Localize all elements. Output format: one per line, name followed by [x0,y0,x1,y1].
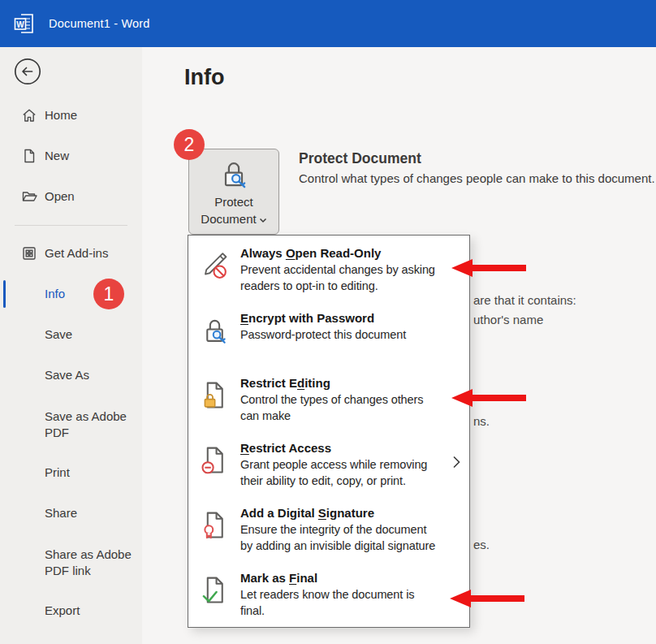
menu-item-restrict-editing[interactable]: Restrict Editing Control the types of ch… [188,369,469,434]
menu-item-add-a-digital-signature[interactable]: Add a Digital Signature Ensure the integ… [188,499,469,564]
protect-document-button-label: Protect Document [193,193,274,227]
menu-item-description: Control the types of changes otherscan m… [240,391,464,424]
sidebar-item-open[interactable]: Open [0,187,142,206]
step-badge-1: 1 [93,279,124,309]
sidebar-item-new[interactable]: New [0,146,142,166]
document-blocked-icon [200,440,239,499]
menu-item-title: Always Open Read-Only [240,245,464,261]
menu-item-encrypt-with-password[interactable]: Encrypt with Password Password-protect t… [188,304,469,369]
menu-item-title: Encrypt with Password [240,310,464,326]
word-app-icon: W [13,12,36,35]
document-lock-icon [200,375,239,434]
protect-document-dropdown-menu: Always Open Read-Only Prevent accidental… [188,235,470,628]
sidebar-item-print[interactable]: Print [0,463,142,482]
title-bar: W Document1 - Word [0,0,656,47]
sidebar-divider [15,225,127,226]
pencil-blocked-icon [200,245,239,304]
sidebar-item-export[interactable]: Export [0,601,142,620]
open-folder-icon [21,188,37,205]
background-text-fragment: uthor's name [473,313,543,326]
selected-indicator [3,280,6,308]
document-check-icon [200,570,239,629]
sidebar-item-share[interactable]: Share [0,504,142,523]
background-text-fragment: es. [473,538,490,551]
page-title: Info [184,65,224,90]
sidebar-item-share-as-adobe-pdf-link[interactable]: Share as Adobe PDF link [0,546,142,580]
menu-item-description: Ensure the integrity of the documentby a… [240,521,464,554]
sidebar-item-get-add-ins[interactable]: Get Add-ins [0,244,142,263]
sidebar-item-save-as[interactable]: Save As [0,365,142,385]
protect-document-description: Control what types of changes people can… [299,171,655,185]
step-badge-2: 2 [174,129,205,160]
word-backstage-window: W Document1 - Word Home [0,0,656,644]
svg-text:W: W [16,20,24,29]
window-title: Document1 - Word [49,17,150,30]
add-ins-grid-icon [21,245,37,261]
annotation-arrow-icon [450,588,524,609]
sidebar-item-save[interactable]: Save [0,325,142,344]
menu-item-title: Add a Digital Signature [240,505,464,521]
menu-item-restrict-access[interactable]: Restrict Access Grant people access whil… [188,434,469,499]
chevron-right-icon [451,455,461,469]
backstage-sidebar: Home New Open [0,47,142,644]
background-text-fragment: are that it contains: [473,293,576,307]
menu-item-title: Restrict Access [240,440,464,456]
chevron-down-icon [259,210,267,227]
menu-item-mark-as-final[interactable]: Mark as Final Let readers know the docum… [188,564,469,629]
sidebar-item-home[interactable]: Home [0,106,142,125]
lock-key-icon [200,310,239,369]
home-icon [21,107,37,123]
menu-item-always-open-read-only[interactable]: Always Open Read-Only Prevent accidental… [188,239,469,304]
menu-item-description: Let readers know the document isfinal. [240,586,464,619]
sidebar-item-save-as-adobe-pdf[interactable]: Save as Adobe PDF [0,408,142,442]
annotation-arrow-icon [451,387,526,408]
menu-item-title: Mark as Final [240,570,464,586]
back-button[interactable] [14,58,41,85]
new-document-icon [21,148,37,164]
background-text-fragment: ns. [473,414,490,428]
protect-document-button[interactable]: Protect Document [188,149,279,235]
lock-key-icon [218,159,250,192]
menu-item-description: Grant people access while removingtheir … [240,456,464,489]
menu-item-description: Password-protect this document [240,326,464,343]
annotation-arrow-icon [451,257,526,279]
menu-item-description: Prevent accidental changes by askingread… [240,261,464,294]
protect-document-heading: Protect Document [299,150,421,167]
menu-item-title: Restrict Editing [240,375,464,391]
document-ribbon-icon [200,505,239,564]
